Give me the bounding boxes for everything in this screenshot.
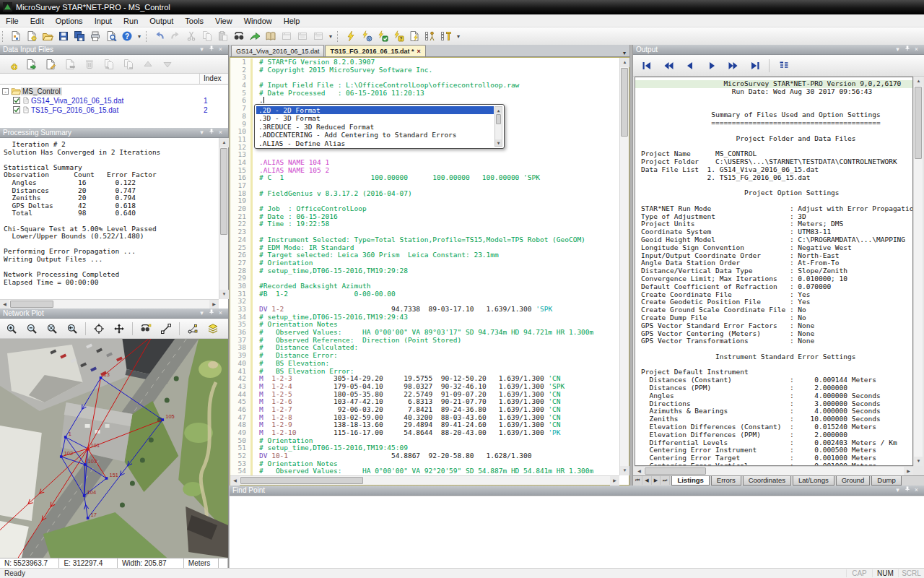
pin-icon[interactable] [902,45,912,54]
zoom-in-icon[interactable] [2,320,21,337]
autocomplete-item[interactable]: .3REDUCE - 3D Reduced Format [256,123,494,131]
nav-first-icon[interactable] [637,56,656,74]
save-all-icon[interactable] [71,28,87,44]
autocomplete-item[interactable]: .2D - 2D Format [256,106,494,114]
editor-scrollbar-horizontal[interactable]: ◀▶ [230,475,619,485]
scroll-up-icon[interactable]: ▲ [495,107,502,113]
autocomplete-item[interactable]: .ALIAS - Define Alias [256,139,494,147]
close-icon[interactable]: × [912,486,921,495]
network-plot-map[interactable]: 13110510110210315110417 [0,339,228,558]
data-file-name[interactable]: GS14_Viva_2016_06_15.dat [30,97,125,105]
editor-line[interactable]: 31#B 1-2 0-00-00.00 [230,290,619,298]
menu-help[interactable]: Help [278,15,306,27]
editor-tab[interactable]: GS14_Viva_2016_06_15.dat [231,45,324,56]
editor-line[interactable]: 22# Time : 19:22:58 [230,220,619,228]
open-icon[interactable] [40,28,56,44]
tab-scroll-last-icon[interactable]: ⏭ [661,476,670,485]
layers-icon[interactable] [204,320,222,337]
run-blunder-icon[interactable]: ? [391,28,406,44]
nav-last-icon[interactable] [745,56,764,74]
editor-line[interactable]: 16# C 1 100.00000 100.00000 100.00000 'S… [230,174,619,182]
scrollbar-horizontal[interactable]: ◀▶ [0,299,219,309]
menu-options[interactable]: Options [50,15,89,27]
menu-view[interactable]: View [209,15,238,27]
print-preview-icon[interactable] [103,28,119,44]
checkbox-checked-icon[interactable] [13,106,20,115]
editor-frame[interactable]: 1# STAR*FG Version 8.2.0.39072# Copyrigh… [230,57,629,486]
zoom-extents-icon[interactable] [43,320,61,337]
panel-menu-icon[interactable]: ▾ [893,486,902,495]
scroll-down-icon[interactable]: ▼ [495,139,502,146]
tab-label[interactable]: GS14_Viva_2016_06_15.dat [236,48,319,55]
pin-icon[interactable] [206,309,216,318]
popup-scrollbar[interactable]: ▲ ▼ [494,106,502,147]
output-tab-latlongs[interactable]: Lat/Longs [793,476,834,486]
close-icon[interactable]: × [216,309,225,318]
output-tab-dump[interactable]: Dump [871,476,901,486]
save-icon[interactable] [56,28,71,44]
output-tab-listings[interactable]: Listings [671,476,709,486]
menu-tools[interactable]: Tools [179,15,209,27]
editor-line[interactable]: 54# Observed Values: HA 0°00'00" VA 92°2… [230,467,619,475]
output-scrollbar-vertical[interactable]: ▲▼ [913,77,923,466]
editor-line[interactable]: 18# FieldGenius v 8.3.17.2 (2016-04-07) [230,190,619,198]
editor-scrollbar-vertical[interactable]: ▲▼ [619,58,629,475]
output-tab-coordinates[interactable]: Coordinates [743,476,791,486]
run-preanalysis-icon[interactable] [359,28,375,44]
data-file-name[interactable]: TS15_FG_2016_06_15.dat [30,106,120,114]
new-project-icon[interactable] [8,28,24,44]
find-point-body[interactable] [230,496,924,568]
panel-menu-icon[interactable]: ▾ [197,309,206,318]
menu-file[interactable]: File [0,15,25,27]
panel-menu-icon[interactable]: ▾ [893,45,902,54]
gps-settings-icon[interactable] [438,28,454,44]
run-data-check-icon[interactable] [375,28,391,44]
editor-line[interactable]: 28# setup_time,DT06-15-2016,TM19:29:28 [230,267,619,275]
tab-list-icon[interactable]: ▾ [619,50,629,56]
close-icon[interactable]: × [912,45,921,54]
close-icon[interactable]: × [216,128,225,137]
autocomplete-item[interactable]: .ADDCENTERING - Add Centering to Standar… [256,131,494,139]
print-icon[interactable] [87,28,103,44]
menu-window[interactable]: Window [238,15,278,27]
project-options-icon[interactable] [3,56,20,72]
pin-icon[interactable] [206,128,216,137]
zoom-out-icon[interactable] [22,320,41,337]
toolbar-overflow-icon[interactable]: ▾ [135,33,144,40]
tab-scroll-first-icon[interactable]: ⏮ [633,476,642,485]
add-data-file-icon[interactable] [22,56,40,72]
nav-next-page-icon[interactable] [723,56,743,74]
menu-run[interactable]: Run [118,15,144,27]
book-icon[interactable] [263,28,279,44]
toc-icon[interactable] [774,56,793,74]
toolbar-overflow-icon[interactable]: ▾ [326,33,335,40]
collapse-icon[interactable]: - [2,88,9,95]
new-file-icon[interactable] [24,28,40,44]
file-row[interactable]: TS15_FG_2016_06_15.dat2 [0,105,228,115]
tab-close-icon[interactable]: × [417,48,421,55]
tab-scroll-prev-icon[interactable]: ◀ [642,476,651,485]
nav-prev-page-icon[interactable] [658,56,678,74]
close-icon[interactable]: × [216,45,225,54]
editor-tab[interactable]: TS15_FG_2016_06_15.dat *× [325,45,425,56]
output-scrollbar-horizontal[interactable]: ◀▶ [635,466,913,475]
output-tab-ground[interactable]: Ground [836,476,871,486]
instrument-settings-icon[interactable] [422,28,438,44]
file-row[interactable]: GS14_Viva_2016_06_15.dat1 [0,96,228,105]
locate-point-icon[interactable] [90,320,108,337]
nav-prev-icon[interactable] [680,56,699,74]
autocomplete-item[interactable]: .3D - 3D Format [256,114,494,122]
panel-menu-icon[interactable]: ▾ [197,45,206,54]
find-icon[interactable] [231,28,247,44]
tab-scroll-next-icon[interactable]: ▶ [652,476,661,485]
zoom-previous-icon[interactable] [63,320,82,337]
run-adjust-icon[interactable] [343,28,359,44]
menu-edit[interactable]: Edit [25,15,50,27]
view-file-icon[interactable] [42,56,59,72]
goto-icon[interactable] [247,28,263,44]
project-node-label[interactable]: MS_Control [21,87,62,95]
inverse-icon[interactable] [157,320,175,337]
relocate-icon[interactable] [183,320,202,337]
checkbox-checked-icon[interactable] [13,97,20,105]
editor-line[interactable]: 2# Copyright 2015 MicroSurvey Software I… [230,66,619,74]
